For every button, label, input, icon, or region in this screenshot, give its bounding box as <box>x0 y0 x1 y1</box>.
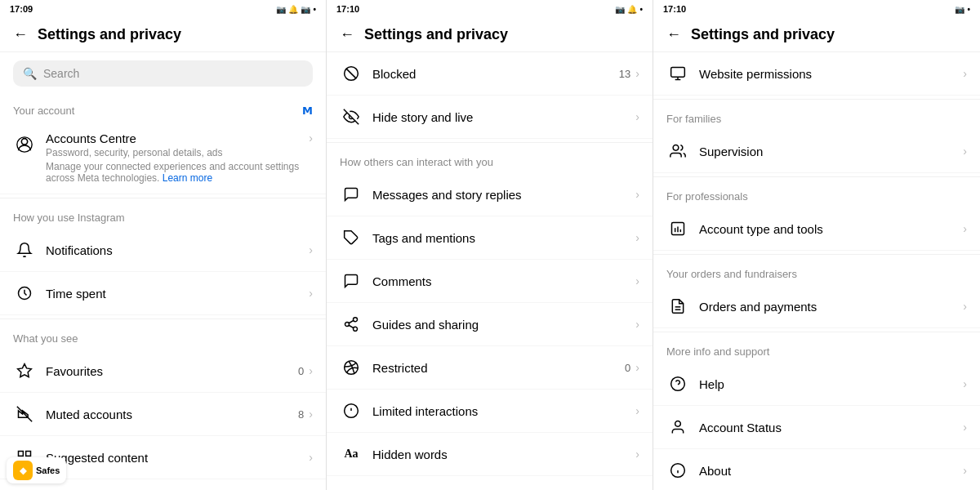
muted-badge: 8 <box>298 408 304 421</box>
svg-marker-3 <box>18 364 32 377</box>
panel-settings-main: 17:09 📷🔔📷• ← Settings and privacy 🔍 Sear… <box>0 0 327 490</box>
help-item[interactable]: Help › <box>653 363 980 406</box>
status-bar-3: 17:10 📷• <box>653 0 980 18</box>
restricted-item[interactable]: Restricted 0 › <box>327 346 653 390</box>
website-permissions-content: Website permissions <box>699 67 963 81</box>
comments-item[interactable]: Comments › <box>327 260 653 303</box>
divider <box>653 332 980 332</box>
suggested-content-right: › <box>309 451 313 464</box>
svg-point-46 <box>671 377 685 391</box>
website-permissions-title: Website permissions <box>699 67 963 81</box>
back-button-2[interactable]: ← <box>340 26 354 43</box>
search-bar-1[interactable]: 🔍 Search <box>13 60 313 87</box>
help-right: › <box>963 377 967 390</box>
messages-story-item[interactable]: Messages and story replies › <box>327 173 653 216</box>
chevron-icon: › <box>963 300 967 313</box>
divider <box>653 99 980 100</box>
message-icon <box>340 183 363 206</box>
section-label-professionals: For professionals <box>653 180 980 207</box>
help-title: Help <box>699 377 963 391</box>
orders-payments-item[interactable]: Orders and payments › <box>653 285 980 328</box>
chevron-icon: › <box>309 408 313 421</box>
tags-mentions-title: Tags and mentions <box>372 231 635 245</box>
hide-story-content: Hide story and live <box>372 110 635 124</box>
restricted-title: Restricted <box>372 361 625 375</box>
chevron-icon: › <box>309 364 313 377</box>
divider <box>327 142 653 143</box>
accounts-centre-title: Accounts Centre <box>46 131 309 145</box>
svg-line-19 <box>349 325 354 327</box>
hide-story-title: Hide story and live <box>372 110 635 124</box>
clock-icon <box>13 282 36 305</box>
accounts-centre-manage: Manage your connected experiences and ac… <box>46 161 309 184</box>
chevron-icon: › <box>963 377 967 390</box>
muted-accounts-item[interactable]: Muted accounts 8 › <box>0 393 326 436</box>
notifications-right: › <box>309 243 313 256</box>
hide-story-item[interactable]: Hide story and live › <box>327 96 653 139</box>
bell-icon <box>13 238 36 261</box>
time-2: 17:10 <box>336 4 359 14</box>
blocked-right: 13 › <box>619 67 639 80</box>
follow-invite-item[interactable]: Follow and invite friends › <box>327 476 653 490</box>
chevron-icon: › <box>635 231 639 244</box>
time-spent-item[interactable]: Time spent › <box>0 272 326 315</box>
supervision-title: Supervision <box>699 145 963 158</box>
learn-more-link[interactable]: Learn more <box>163 172 212 184</box>
website-permissions-item[interactable]: Website permissions › <box>653 52 980 96</box>
chevron-icon: › <box>635 67 639 80</box>
favourites-content: Favourites <box>46 364 298 378</box>
section-label-how-interact: How others can interact with you <box>327 146 653 173</box>
account-type-title: Account type and tools <box>699 222 963 236</box>
time-1: 17:09 <box>10 4 33 14</box>
blocked-item[interactable]: Blocked 13 › <box>327 52 653 96</box>
tags-mentions-content: Tags and mentions <box>372 231 635 245</box>
supervision-item[interactable]: Supervision › <box>653 130 980 173</box>
account-status-item[interactable]: Account Status › <box>653 406 980 449</box>
svg-line-13 <box>346 69 356 78</box>
divider <box>0 318 326 319</box>
limited-interactions-item[interactable]: Limited interactions › <box>327 390 653 433</box>
chevron-icon: › <box>963 464 967 477</box>
tags-mentions-item[interactable]: Tags and mentions › <box>327 216 653 260</box>
account-type-item[interactable]: Account type and tools › <box>653 207 980 251</box>
restricted-badge: 0 <box>625 362 630 374</box>
hidden-words-item[interactable]: Aa Hidden words › <box>327 433 653 476</box>
back-button-1[interactable]: ← <box>13 26 28 43</box>
chevron-icon: › <box>963 421 967 434</box>
messages-story-content: Messages and story replies <box>372 188 635 202</box>
back-button-3[interactable]: ← <box>666 26 681 43</box>
section-label-how-use: How you use Instagram <box>0 202 326 229</box>
hide-eye-icon <box>340 105 363 128</box>
divider <box>653 176 980 177</box>
guides-sharing-item[interactable]: Guides and sharing › <box>327 303 653 346</box>
scroll-content-1: Your account 𝗠 Accounts Centre Password,… <box>0 95 326 490</box>
favourites-badge: 0 <box>298 365 304 377</box>
share-icon <box>340 313 363 336</box>
supervision-right: › <box>963 145 967 158</box>
chevron-icon: › <box>635 448 639 461</box>
tag-icon <box>340 226 363 249</box>
notifications-content: Notifications <box>46 243 309 257</box>
accounts-centre-item[interactable]: Accounts Centre Password, security, pers… <box>0 122 326 194</box>
orders-payments-title: Orders and payments <box>699 300 963 314</box>
chevron-icon: › <box>635 318 639 331</box>
monitor-icon <box>666 62 689 85</box>
search-input[interactable]: Search <box>43 67 79 80</box>
limited-icon <box>340 399 363 422</box>
chevron-icon: › <box>963 67 967 80</box>
about-item[interactable]: About › <box>653 449 980 490</box>
scroll-content-2: Blocked 13 › Hide story and live › H <box>327 52 653 490</box>
time-spent-title: Time spent <box>46 287 309 301</box>
blocked-title: Blocked <box>372 67 619 81</box>
page-title-3: Settings and privacy <box>691 26 835 43</box>
safes-badge: ◆ Safes <box>7 457 66 483</box>
favourites-item[interactable]: Favourites 0 › <box>0 350 326 393</box>
svg-point-17 <box>345 323 350 327</box>
notifications-item[interactable]: Notifications › <box>0 229 326 272</box>
section-label-support: More info and support <box>653 336 980 363</box>
guides-sharing-right: › <box>635 318 639 331</box>
blocked-content: Blocked <box>372 67 619 81</box>
status-icons-2: 📷🔔• <box>615 5 643 14</box>
comments-title: Comments <box>372 274 635 288</box>
safes-icon: ◆ <box>13 461 33 480</box>
